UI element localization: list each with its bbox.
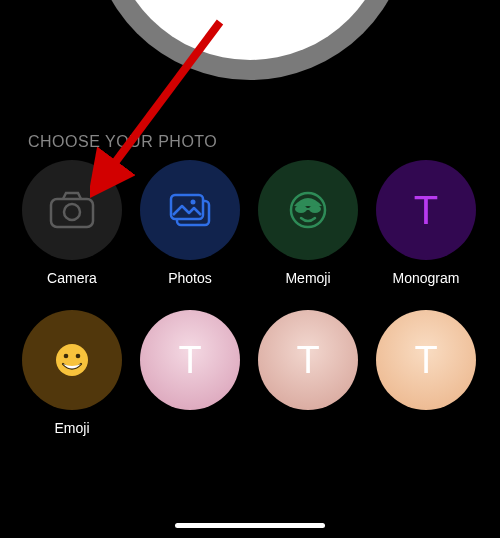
photos-icon: [167, 191, 213, 229]
photo-options-grid: Camera Photos Memoji T: [22, 160, 478, 436]
svg-point-5: [191, 200, 196, 205]
photos-circle: [140, 160, 240, 260]
photos-option[interactable]: Photos: [140, 160, 240, 286]
emoji-label: Emoji: [54, 420, 89, 436]
memoji-icon: [286, 188, 330, 232]
sample-monogram-3[interactable]: T: [376, 310, 476, 436]
svg-rect-9: [306, 208, 310, 210]
photos-label: Photos: [168, 270, 212, 286]
camera-label: Camera: [47, 270, 97, 286]
monogram-option[interactable]: T Monogram: [376, 160, 476, 286]
sample-letter-3: T: [414, 339, 437, 382]
svg-point-2: [64, 204, 80, 220]
emoji-option[interactable]: Emoji: [22, 310, 122, 436]
svg-point-12: [76, 354, 81, 359]
emoji-icon: [53, 341, 91, 379]
monogram-letter: T: [414, 188, 438, 233]
camera-icon: [49, 191, 95, 229]
memoji-label: Memoji: [285, 270, 330, 286]
svg-rect-4: [171, 195, 203, 219]
choose-photo-heading: CHOOSE YOUR PHOTO: [28, 133, 217, 151]
svg-point-11: [64, 354, 69, 359]
sample-letter-1: T: [178, 339, 201, 382]
sample-letter-2: T: [296, 339, 319, 382]
sample-circle-1: T: [140, 310, 240, 410]
sample-circle-3: T: [376, 310, 476, 410]
sample-monogram-2[interactable]: T: [258, 310, 358, 436]
sample-monogram-1[interactable]: T: [140, 310, 240, 436]
sample-circle-2: T: [258, 310, 358, 410]
svg-point-7: [295, 205, 307, 213]
monogram-circle: T: [376, 160, 476, 260]
svg-point-8: [309, 205, 321, 213]
home-indicator[interactable]: [175, 523, 325, 528]
monogram-label: Monogram: [393, 270, 460, 286]
camera-circle: [22, 160, 122, 260]
camera-option[interactable]: Camera: [22, 160, 122, 286]
memoji-option[interactable]: Memoji: [258, 160, 358, 286]
emoji-circle: [22, 310, 122, 410]
avatar-preview: [110, 0, 390, 60]
svg-point-10: [56, 344, 88, 376]
memoji-circle: [258, 160, 358, 260]
